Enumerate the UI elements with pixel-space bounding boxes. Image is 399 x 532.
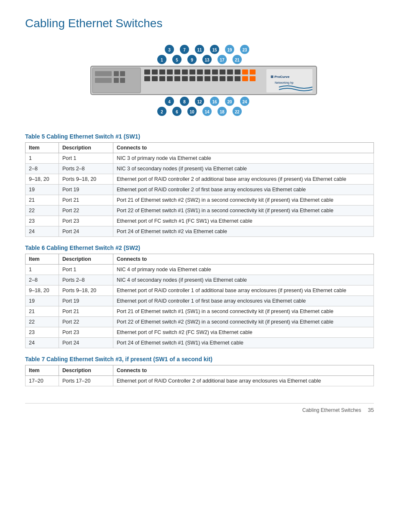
table-cell: Port 1 bbox=[59, 153, 113, 164]
svg-text:20: 20 bbox=[227, 100, 232, 104]
table-row: 24Port 24Port 24 of Ethernet switch #2 v… bbox=[26, 226, 374, 237]
svg-rect-45 bbox=[242, 69, 248, 75]
svg-rect-35 bbox=[167, 69, 173, 75]
table-cell: Port 21 bbox=[59, 195, 113, 206]
svg-text:14: 14 bbox=[205, 110, 210, 114]
svg-text:2: 2 bbox=[161, 110, 163, 114]
table-row: 24Port 24Port 24 of Ethernet switch #1 (… bbox=[26, 338, 374, 348]
svg-rect-47 bbox=[144, 76, 150, 81]
switch-diagram: 3 7 11 15 19 23 1 5 9 bbox=[25, 38, 374, 121]
table-row: 9–18, 20Ports 9–18, 20Ethernet port of R… bbox=[26, 285, 374, 296]
table-cell: 24 bbox=[26, 226, 59, 237]
svg-rect-30 bbox=[114, 78, 119, 83]
svg-rect-56 bbox=[212, 76, 218, 81]
table-cell: Ethernet port of RAID controller 2 of ad… bbox=[113, 174, 374, 185]
table-cell: 1 bbox=[26, 153, 59, 164]
svg-rect-28 bbox=[114, 71, 119, 76]
table-cell: 9–18, 20 bbox=[26, 174, 59, 185]
table-cell: Port 21 bbox=[59, 306, 113, 317]
svg-rect-53 bbox=[189, 76, 195, 81]
svg-rect-49 bbox=[159, 76, 165, 81]
table-row: 21Port 21Port 21 of Ethernet switch #1 (… bbox=[26, 306, 374, 317]
table-cell: Port 22 of Ethernet switch #1 (SW1) in a… bbox=[113, 206, 374, 216]
port-bubbles-top-near: 1 5 9 13 17 21 bbox=[157, 55, 242, 64]
table-cell: Port 19 bbox=[59, 296, 113, 306]
svg-rect-46 bbox=[250, 69, 256, 75]
svg-rect-43 bbox=[227, 69, 233, 75]
table-cell: 21 bbox=[26, 306, 59, 317]
svg-text:16: 16 bbox=[212, 100, 217, 104]
table7-header-desc: Description bbox=[59, 365, 113, 376]
svg-rect-33 bbox=[152, 69, 158, 75]
table-cell: Ethernet port of RAID Controller 2 of ad… bbox=[113, 376, 374, 386]
svg-text:6: 6 bbox=[176, 110, 178, 114]
port-bubbles-bottom-far: 2 6 10 14 18 22 bbox=[157, 107, 242, 116]
svg-text:17: 17 bbox=[220, 58, 225, 62]
table-row: 2–8Ports 2–8NIC 4 of secondary nodes (if… bbox=[26, 275, 374, 285]
table5-header-item: Item bbox=[26, 143, 59, 153]
table-cell: 17–20 bbox=[26, 376, 59, 386]
svg-text:24: 24 bbox=[242, 100, 247, 104]
table-cell: 2–8 bbox=[26, 275, 59, 285]
svg-rect-59 bbox=[235, 76, 240, 81]
table5-header-desc: Description bbox=[59, 143, 113, 153]
svg-text:Networking hp: Networking hp bbox=[275, 81, 294, 85]
svg-rect-58 bbox=[227, 76, 233, 81]
svg-rect-61 bbox=[250, 76, 256, 81]
table6: Item Description Connects to 1Port 1NIC … bbox=[25, 254, 374, 348]
svg-rect-42 bbox=[220, 69, 225, 75]
table-row: 9–18, 20Ports 9–18, 20Ethernet port of R… bbox=[26, 174, 374, 185]
table-row: 19Port 19Ethernet port of RAID controlle… bbox=[26, 185, 374, 195]
table-row: 19Port 19Ethernet port of RAID controlle… bbox=[26, 296, 374, 306]
svg-rect-32 bbox=[144, 69, 150, 75]
svg-text:11: 11 bbox=[197, 48, 202, 52]
table-cell: Ports 2–8 bbox=[59, 164, 113, 174]
svg-rect-40 bbox=[205, 69, 210, 75]
table-cell: Port 24 bbox=[59, 338, 113, 348]
svg-text:22: 22 bbox=[235, 110, 240, 114]
table-cell: Ethernet port of RAID controller 1 of ad… bbox=[113, 285, 374, 296]
table-cell: 23 bbox=[26, 216, 59, 226]
svg-rect-29 bbox=[120, 71, 125, 76]
table-cell: Port 21 of Ethernet switch #1 (SW1) in a… bbox=[113, 306, 374, 317]
table7-header-connects: Connects to bbox=[113, 365, 374, 376]
svg-text:7: 7 bbox=[183, 48, 186, 52]
svg-rect-41 bbox=[212, 69, 218, 75]
page-title: Cabling Ethernet Switches bbox=[25, 17, 374, 30]
table-cell: 22 bbox=[26, 317, 59, 327]
table7: Item Description Connects to 17–20Ports … bbox=[25, 365, 374, 386]
svg-rect-54 bbox=[197, 76, 203, 81]
table7-header-item: Item bbox=[26, 365, 59, 376]
svg-rect-52 bbox=[182, 76, 188, 81]
svg-text:4: 4 bbox=[168, 100, 171, 104]
table5: Item Description Connects to 1Port 1NIC … bbox=[25, 142, 374, 237]
table-cell: 23 bbox=[26, 327, 59, 338]
table7-title: Table 7 Cabling Ethernet Switch #3, if p… bbox=[25, 356, 374, 362]
svg-text:1: 1 bbox=[161, 58, 163, 62]
svg-rect-38 bbox=[189, 69, 195, 75]
svg-text:23: 23 bbox=[242, 48, 247, 52]
svg-rect-57 bbox=[220, 76, 225, 81]
table-row: 23Port 23Ethernet port of FC switch #2 (… bbox=[26, 327, 374, 338]
svg-rect-26 bbox=[95, 71, 112, 76]
port-bubbles-top-far: 3 7 11 15 19 23 bbox=[165, 45, 249, 54]
page-footer: Cabling Ethernet Switches 35 bbox=[25, 403, 374, 413]
table-cell: Port 23 bbox=[59, 216, 113, 226]
table6-header-desc: Description bbox=[59, 254, 113, 265]
svg-rect-60 bbox=[242, 76, 248, 81]
svg-rect-62 bbox=[266, 69, 312, 93]
table-row: 21Port 21Port 21 of Ethernet switch #2 (… bbox=[26, 195, 374, 206]
table-cell: Port 23 bbox=[59, 327, 113, 338]
table-cell: Port 19 bbox=[59, 185, 113, 195]
svg-rect-39 bbox=[197, 69, 203, 75]
table-cell: Ethernet port of FC switch #2 (FC SW2) v… bbox=[113, 327, 374, 338]
table-cell: Ports 9–18, 20 bbox=[59, 174, 113, 185]
table-cell: 19 bbox=[26, 296, 59, 306]
table-cell: Port 22 of Ethernet switch #2 (SW2) in a… bbox=[113, 317, 374, 327]
svg-text:8: 8 bbox=[183, 100, 186, 104]
table-cell: 24 bbox=[26, 338, 59, 348]
svg-rect-51 bbox=[174, 76, 180, 81]
table-cell: 21 bbox=[26, 195, 59, 206]
table-cell: NIC 4 of secondary nodes (if present) vi… bbox=[113, 275, 374, 285]
table-cell: 2–8 bbox=[26, 164, 59, 174]
